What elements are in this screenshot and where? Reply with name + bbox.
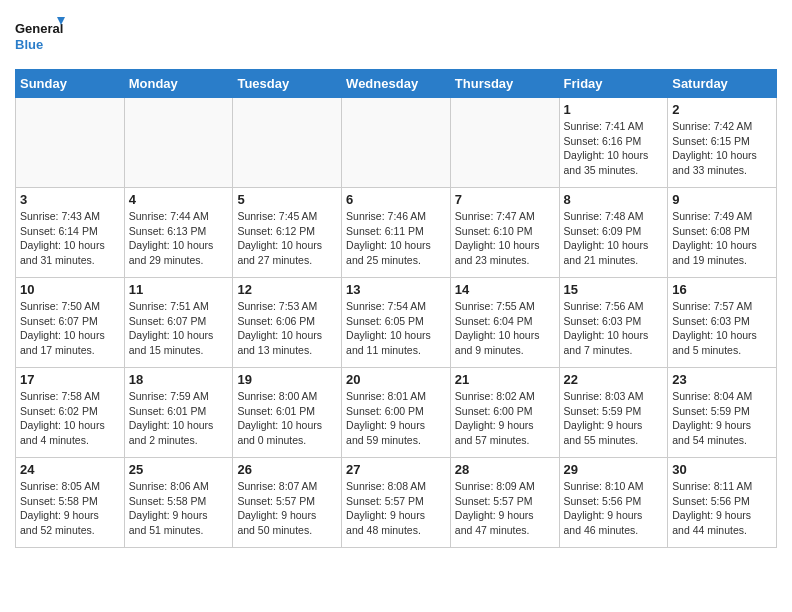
- day-cell: 1Sunrise: 7:41 AM Sunset: 6:16 PM Daylig…: [559, 98, 668, 188]
- day-info: Sunrise: 7:44 AM Sunset: 6:13 PM Dayligh…: [129, 209, 229, 268]
- week-row-5: 24Sunrise: 8:05 AM Sunset: 5:58 PM Dayli…: [16, 458, 777, 548]
- day-cell: [124, 98, 233, 188]
- day-info: Sunrise: 7:49 AM Sunset: 6:08 PM Dayligh…: [672, 209, 772, 268]
- col-header-monday: Monday: [124, 70, 233, 98]
- day-info: Sunrise: 8:10 AM Sunset: 5:56 PM Dayligh…: [564, 479, 664, 538]
- header-row: SundayMondayTuesdayWednesdayThursdayFrid…: [16, 70, 777, 98]
- svg-text:Blue: Blue: [15, 37, 43, 52]
- week-row-4: 17Sunrise: 7:58 AM Sunset: 6:02 PM Dayli…: [16, 368, 777, 458]
- day-number: 21: [455, 372, 555, 387]
- day-number: 29: [564, 462, 664, 477]
- day-info: Sunrise: 7:45 AM Sunset: 6:12 PM Dayligh…: [237, 209, 337, 268]
- day-info: Sunrise: 8:07 AM Sunset: 5:57 PM Dayligh…: [237, 479, 337, 538]
- day-cell: 2Sunrise: 7:42 AM Sunset: 6:15 PM Daylig…: [668, 98, 777, 188]
- day-info: Sunrise: 7:43 AM Sunset: 6:14 PM Dayligh…: [20, 209, 120, 268]
- day-cell: 11Sunrise: 7:51 AM Sunset: 6:07 PM Dayli…: [124, 278, 233, 368]
- day-info: Sunrise: 8:09 AM Sunset: 5:57 PM Dayligh…: [455, 479, 555, 538]
- day-cell: 29Sunrise: 8:10 AM Sunset: 5:56 PM Dayli…: [559, 458, 668, 548]
- day-info: Sunrise: 7:57 AM Sunset: 6:03 PM Dayligh…: [672, 299, 772, 358]
- day-number: 27: [346, 462, 446, 477]
- day-number: 4: [129, 192, 229, 207]
- logo-svg: General Blue: [15, 15, 65, 59]
- day-cell: 15Sunrise: 7:56 AM Sunset: 6:03 PM Dayli…: [559, 278, 668, 368]
- day-number: 19: [237, 372, 337, 387]
- day-info: Sunrise: 7:42 AM Sunset: 6:15 PM Dayligh…: [672, 119, 772, 178]
- day-cell: 7Sunrise: 7:47 AM Sunset: 6:10 PM Daylig…: [450, 188, 559, 278]
- day-info: Sunrise: 8:04 AM Sunset: 5:59 PM Dayligh…: [672, 389, 772, 448]
- day-number: 1: [564, 102, 664, 117]
- day-info: Sunrise: 7:47 AM Sunset: 6:10 PM Dayligh…: [455, 209, 555, 268]
- day-cell: [342, 98, 451, 188]
- day-info: Sunrise: 8:06 AM Sunset: 5:58 PM Dayligh…: [129, 479, 229, 538]
- day-cell: 18Sunrise: 7:59 AM Sunset: 6:01 PM Dayli…: [124, 368, 233, 458]
- day-number: 10: [20, 282, 120, 297]
- col-header-sunday: Sunday: [16, 70, 125, 98]
- week-row-1: 1Sunrise: 7:41 AM Sunset: 6:16 PM Daylig…: [16, 98, 777, 188]
- day-number: 18: [129, 372, 229, 387]
- day-cell: 4Sunrise: 7:44 AM Sunset: 6:13 PM Daylig…: [124, 188, 233, 278]
- day-number: 26: [237, 462, 337, 477]
- day-cell: [233, 98, 342, 188]
- day-number: 15: [564, 282, 664, 297]
- day-cell: 27Sunrise: 8:08 AM Sunset: 5:57 PM Dayli…: [342, 458, 451, 548]
- day-info: Sunrise: 7:54 AM Sunset: 6:05 PM Dayligh…: [346, 299, 446, 358]
- day-cell: 19Sunrise: 8:00 AM Sunset: 6:01 PM Dayli…: [233, 368, 342, 458]
- day-number: 20: [346, 372, 446, 387]
- day-number: 11: [129, 282, 229, 297]
- day-info: Sunrise: 7:48 AM Sunset: 6:09 PM Dayligh…: [564, 209, 664, 268]
- day-cell: 8Sunrise: 7:48 AM Sunset: 6:09 PM Daylig…: [559, 188, 668, 278]
- day-cell: [450, 98, 559, 188]
- day-info: Sunrise: 8:00 AM Sunset: 6:01 PM Dayligh…: [237, 389, 337, 448]
- day-info: Sunrise: 8:08 AM Sunset: 5:57 PM Dayligh…: [346, 479, 446, 538]
- col-header-wednesday: Wednesday: [342, 70, 451, 98]
- week-row-3: 10Sunrise: 7:50 AM Sunset: 6:07 PM Dayli…: [16, 278, 777, 368]
- day-cell: 16Sunrise: 7:57 AM Sunset: 6:03 PM Dayli…: [668, 278, 777, 368]
- day-cell: 3Sunrise: 7:43 AM Sunset: 6:14 PM Daylig…: [16, 188, 125, 278]
- day-info: Sunrise: 8:11 AM Sunset: 5:56 PM Dayligh…: [672, 479, 772, 538]
- day-info: Sunrise: 7:56 AM Sunset: 6:03 PM Dayligh…: [564, 299, 664, 358]
- header: General Blue: [15, 15, 777, 59]
- day-info: Sunrise: 7:59 AM Sunset: 6:01 PM Dayligh…: [129, 389, 229, 448]
- day-info: Sunrise: 8:05 AM Sunset: 5:58 PM Dayligh…: [20, 479, 120, 538]
- col-header-tuesday: Tuesday: [233, 70, 342, 98]
- day-info: Sunrise: 7:53 AM Sunset: 6:06 PM Dayligh…: [237, 299, 337, 358]
- day-number: 9: [672, 192, 772, 207]
- calendar-table: SundayMondayTuesdayWednesdayThursdayFrid…: [15, 69, 777, 548]
- day-number: 8: [564, 192, 664, 207]
- day-info: Sunrise: 7:58 AM Sunset: 6:02 PM Dayligh…: [20, 389, 120, 448]
- day-cell: 28Sunrise: 8:09 AM Sunset: 5:57 PM Dayli…: [450, 458, 559, 548]
- day-cell: 24Sunrise: 8:05 AM Sunset: 5:58 PM Dayli…: [16, 458, 125, 548]
- day-number: 23: [672, 372, 772, 387]
- day-cell: 20Sunrise: 8:01 AM Sunset: 6:00 PM Dayli…: [342, 368, 451, 458]
- day-cell: 25Sunrise: 8:06 AM Sunset: 5:58 PM Dayli…: [124, 458, 233, 548]
- day-cell: 6Sunrise: 7:46 AM Sunset: 6:11 PM Daylig…: [342, 188, 451, 278]
- day-number: 13: [346, 282, 446, 297]
- day-cell: 10Sunrise: 7:50 AM Sunset: 6:07 PM Dayli…: [16, 278, 125, 368]
- logo: General Blue: [15, 15, 65, 59]
- day-cell: 14Sunrise: 7:55 AM Sunset: 6:04 PM Dayli…: [450, 278, 559, 368]
- day-number: 22: [564, 372, 664, 387]
- day-number: 7: [455, 192, 555, 207]
- col-header-thursday: Thursday: [450, 70, 559, 98]
- day-cell: 26Sunrise: 8:07 AM Sunset: 5:57 PM Dayli…: [233, 458, 342, 548]
- day-cell: 30Sunrise: 8:11 AM Sunset: 5:56 PM Dayli…: [668, 458, 777, 548]
- day-info: Sunrise: 7:55 AM Sunset: 6:04 PM Dayligh…: [455, 299, 555, 358]
- day-number: 24: [20, 462, 120, 477]
- day-info: Sunrise: 8:03 AM Sunset: 5:59 PM Dayligh…: [564, 389, 664, 448]
- col-header-saturday: Saturday: [668, 70, 777, 98]
- day-cell: 23Sunrise: 8:04 AM Sunset: 5:59 PM Dayli…: [668, 368, 777, 458]
- day-info: Sunrise: 7:46 AM Sunset: 6:11 PM Dayligh…: [346, 209, 446, 268]
- day-number: 25: [129, 462, 229, 477]
- day-cell: [16, 98, 125, 188]
- day-cell: 21Sunrise: 8:02 AM Sunset: 6:00 PM Dayli…: [450, 368, 559, 458]
- day-info: Sunrise: 7:41 AM Sunset: 6:16 PM Dayligh…: [564, 119, 664, 178]
- day-cell: 9Sunrise: 7:49 AM Sunset: 6:08 PM Daylig…: [668, 188, 777, 278]
- week-row-2: 3Sunrise: 7:43 AM Sunset: 6:14 PM Daylig…: [16, 188, 777, 278]
- day-number: 5: [237, 192, 337, 207]
- day-info: Sunrise: 8:01 AM Sunset: 6:00 PM Dayligh…: [346, 389, 446, 448]
- day-number: 17: [20, 372, 120, 387]
- day-number: 14: [455, 282, 555, 297]
- day-info: Sunrise: 7:50 AM Sunset: 6:07 PM Dayligh…: [20, 299, 120, 358]
- day-info: Sunrise: 7:51 AM Sunset: 6:07 PM Dayligh…: [129, 299, 229, 358]
- day-cell: 22Sunrise: 8:03 AM Sunset: 5:59 PM Dayli…: [559, 368, 668, 458]
